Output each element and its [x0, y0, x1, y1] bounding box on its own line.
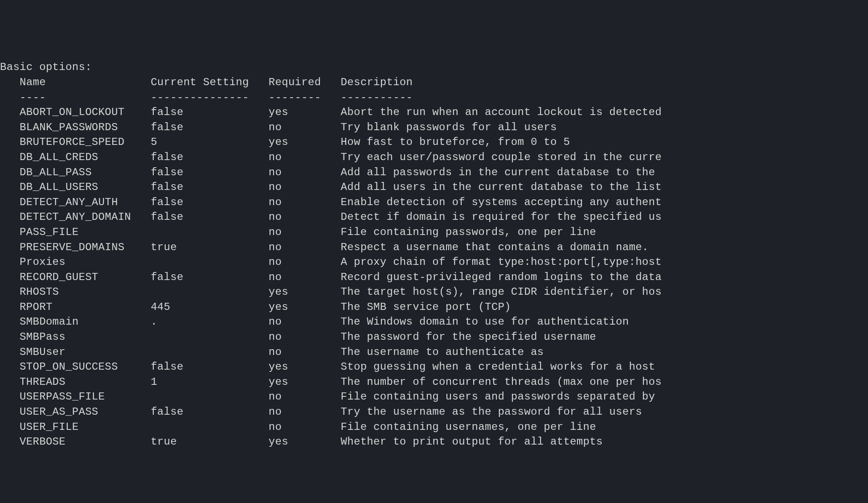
terminal-output: Basic options: Name Current Setting Requ… [0, 60, 868, 449]
